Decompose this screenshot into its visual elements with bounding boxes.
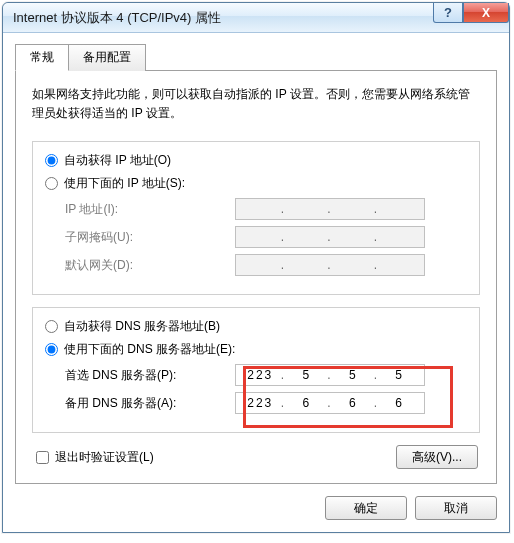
- preferred-dns-input[interactable]: 223. 5. 5. 5: [235, 364, 425, 386]
- titlebar[interactable]: Internet 协议版本 4 (TCP/IPv4) 属性 ? X: [3, 3, 509, 33]
- radio-dns-auto[interactable]: [45, 320, 58, 333]
- dialog-buttons: 确定 取消: [15, 496, 497, 520]
- client-area: 常规 备用配置 如果网络支持此功能，则可以获取自动指派的 IP 设置。否则，您需…: [3, 33, 509, 532]
- ip-address-input: . . .: [235, 198, 425, 220]
- window-controls: ? X: [433, 3, 509, 23]
- close-button[interactable]: X: [463, 3, 509, 23]
- tab-alternate[interactable]: 备用配置: [68, 44, 146, 71]
- radio-dns-manual[interactable]: [45, 343, 58, 356]
- close-icon: X: [482, 6, 490, 20]
- window-title: Internet 协议版本 4 (TCP/IPv4) 属性: [13, 9, 221, 27]
- radio-dns-manual-row[interactable]: 使用下面的 DNS 服务器地址(E):: [43, 341, 469, 358]
- validate-checkbox-row[interactable]: 退出时验证设置(L): [34, 449, 154, 466]
- description-text: 如果网络支持此功能，则可以获取自动指派的 IP 设置。否则，您需要从网络系统管理…: [32, 85, 480, 123]
- tab-alternate-label: 备用配置: [83, 50, 131, 64]
- ok-button[interactable]: 确定: [325, 496, 407, 520]
- subnet-row: 子网掩码(U): . . .: [65, 226, 469, 248]
- subnet-label: 子网掩码(U):: [65, 229, 235, 246]
- validate-row: 退出时验证设置(L) 高级(V)...: [32, 445, 480, 469]
- dialog-window: Internet 协议版本 4 (TCP/IPv4) 属性 ? X 常规 备用配…: [2, 2, 510, 533]
- tab-strip: 常规 备用配置: [15, 43, 497, 70]
- radio-ip-auto[interactable]: [45, 154, 58, 167]
- advanced-button[interactable]: 高级(V)...: [396, 445, 478, 469]
- preferred-dns-label: 首选 DNS 服务器(P):: [65, 367, 235, 384]
- preferred-dns-row: 首选 DNS 服务器(P): 223. 5. 5. 5: [65, 364, 469, 386]
- ip-group: 自动获得 IP 地址(O) 使用下面的 IP 地址(S): IP 地址(I): …: [32, 141, 480, 295]
- radio-ip-auto-row[interactable]: 自动获得 IP 地址(O): [43, 152, 469, 169]
- tab-panel-general: 如果网络支持此功能，则可以获取自动指派的 IP 设置。否则，您需要从网络系统管理…: [15, 70, 497, 484]
- ip-address-row: IP 地址(I): . . .: [65, 198, 469, 220]
- tab-general[interactable]: 常规: [15, 44, 69, 71]
- alternate-dns-row: 备用 DNS 服务器(A): 223. 6. 6. 6: [65, 392, 469, 414]
- radio-dns-manual-label: 使用下面的 DNS 服务器地址(E):: [64, 341, 235, 358]
- help-icon: ?: [444, 5, 452, 20]
- radio-dns-auto-row[interactable]: 自动获得 DNS 服务器地址(B): [43, 318, 469, 335]
- radio-dns-auto-label: 自动获得 DNS 服务器地址(B): [64, 318, 220, 335]
- subnet-input: . . .: [235, 226, 425, 248]
- cancel-button[interactable]: 取消: [415, 496, 497, 520]
- alternate-dns-label: 备用 DNS 服务器(A):: [65, 395, 235, 412]
- validate-label: 退出时验证设置(L): [55, 449, 154, 466]
- gateway-label: 默认网关(D):: [65, 257, 235, 274]
- validate-checkbox[interactable]: [36, 451, 49, 464]
- alternate-dns-input[interactable]: 223. 6. 6. 6: [235, 392, 425, 414]
- tab-general-label: 常规: [30, 50, 54, 64]
- radio-ip-manual-row[interactable]: 使用下面的 IP 地址(S):: [43, 175, 469, 192]
- ip-address-label: IP 地址(I):: [65, 201, 235, 218]
- gateway-row: 默认网关(D): . . .: [65, 254, 469, 276]
- radio-ip-manual-label: 使用下面的 IP 地址(S):: [64, 175, 185, 192]
- gateway-input: . . .: [235, 254, 425, 276]
- dns-group: 自动获得 DNS 服务器地址(B) 使用下面的 DNS 服务器地址(E): 首选…: [32, 307, 480, 433]
- help-button[interactable]: ?: [433, 3, 463, 23]
- radio-ip-manual[interactable]: [45, 177, 58, 190]
- radio-ip-auto-label: 自动获得 IP 地址(O): [64, 152, 171, 169]
